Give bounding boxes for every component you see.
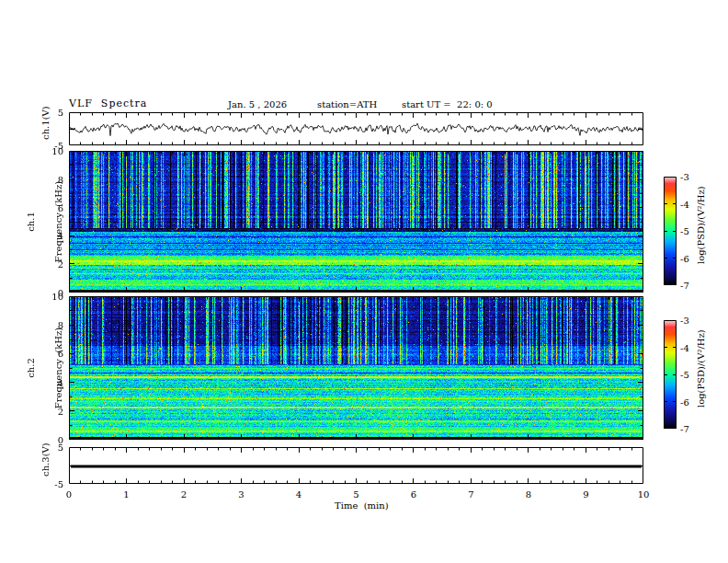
- colorbar1-tick--6: -6: [680, 253, 689, 263]
- x-tick-label-4: 4: [296, 489, 301, 500]
- colorbar1-tick--3: -3: [680, 172, 689, 182]
- ch1-frequency-axis-title: ch.1 Frequency (kHz): [8, 181, 82, 262]
- ch1spec-ytick-2: 2: [58, 259, 63, 270]
- ch1-voltage-axis-text: ch.1(V): [40, 106, 51, 140]
- x-tick-label-10: 10: [638, 489, 650, 500]
- x-tick-label-8: 8: [526, 489, 531, 500]
- ch2-frequency-axis-title: ch.2 Frequency (kHz): [8, 327, 82, 408]
- colorbar2-tick--7: -7: [680, 424, 689, 434]
- colorbar1-title-text: log(PSD)/(V²/Hz): [696, 186, 706, 264]
- ch2spec-ytick-6: 6: [58, 349, 63, 359]
- ch3-waveform-plot: [69, 447, 643, 484]
- colorbar2-title: log(PSD)/(V²/Hz): [688, 329, 715, 419]
- colorbar1-title: log(PSD)/(V²/Hz): [688, 186, 715, 276]
- colorbar-ch1: [664, 177, 677, 285]
- colorbar2-tick--3: -3: [680, 316, 689, 326]
- time-axis-text: Time (min): [335, 500, 389, 511]
- ch2-axis-line2: Frequency (kHz): [54, 327, 63, 408]
- ch2spec-ytick-4: 4: [58, 377, 63, 387]
- ch3-voltage-axis-text: ch.3(V): [40, 442, 51, 477]
- colorbar2-title-text: log(PSD)/(V²/Hz): [696, 329, 706, 408]
- colorbar1-tick--4: -4: [680, 199, 689, 209]
- ch1wave-ytick-5: 5: [58, 108, 63, 118]
- ch2spec-ytick-10: 10: [51, 292, 63, 302]
- ch1-axis-line2: Frequency (kHz): [54, 181, 63, 262]
- colorbar2-tick--6: -6: [680, 396, 689, 407]
- date-label: Jan. 5 , 2026: [228, 99, 287, 109]
- ch2-spectrogram-plot: [69, 296, 643, 440]
- colorbar1-tick--7: -7: [680, 281, 689, 291]
- colorbar2-tick--5: -5: [680, 370, 689, 380]
- ch1-axis-line1: ch.1: [27, 181, 36, 262]
- colorbar2-tick--4: -4: [680, 342, 689, 352]
- x-tick-label-7: 7: [468, 489, 473, 500]
- colorbar1-tick--5: -5: [680, 226, 689, 236]
- ch2spec-ytick-8: 8: [58, 320, 63, 330]
- vlf-spectra-figure: VLF Spectra Jan. 5 , 2026 station=ATH st…: [0, 0, 728, 563]
- ch3wave-ytick-5: 5: [58, 442, 63, 453]
- ch1spec-ytick-6: 6: [58, 202, 63, 213]
- x-tick-label-9: 9: [583, 489, 588, 500]
- x-tick-label-6: 6: [411, 489, 416, 500]
- ch1spec-ytick-8: 8: [58, 174, 63, 184]
- ch1-spectrogram-plot: [69, 151, 643, 293]
- ch1spec-ytick-4: 4: [58, 231, 63, 241]
- ch1spec-ytick-10: 10: [51, 146, 63, 156]
- x-tick-label-1: 1: [123, 489, 129, 500]
- ch1-waveform-plot: [69, 112, 643, 145]
- x-tick-label-2: 2: [181, 489, 187, 500]
- station-label: station=ATH: [317, 99, 377, 109]
- x-tick-label-3: 3: [238, 489, 244, 500]
- ch2-axis-line1: ch.2: [27, 327, 36, 408]
- x-tick-label-5: 5: [353, 489, 358, 500]
- colorbar-ch2: [664, 320, 677, 429]
- figure-title: VLF Spectra: [69, 98, 147, 109]
- start-ut-label: start UT = 22: 0: 0: [402, 99, 493, 109]
- ch3wave-ytick--5: -5: [54, 479, 63, 489]
- ch2spec-ytick-2: 2: [58, 406, 63, 416]
- x-tick-label-0: 0: [66, 489, 72, 500]
